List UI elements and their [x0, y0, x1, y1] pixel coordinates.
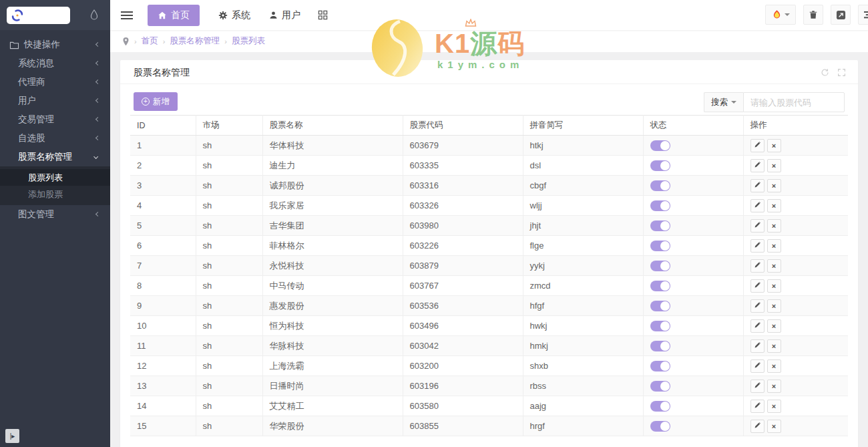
cell-market: sh: [196, 136, 262, 156]
status-toggle[interactable]: [650, 421, 670, 432]
delete-button[interactable]: ×: [767, 239, 781, 253]
toggle-knob: [660, 181, 670, 190]
status-toggle[interactable]: [650, 401, 670, 412]
delete-button[interactable]: ×: [767, 380, 781, 393]
status-toggle[interactable]: [650, 220, 670, 231]
sidebar-item-3[interactable]: 用户: [0, 92, 110, 110]
breadcrumb-link-home[interactable]: 首页: [142, 35, 158, 47]
breadcrumb-link-stock-list[interactable]: 股票列表: [232, 35, 265, 47]
stock-table-body: 1sh华体科技603679htkj×2sh迪生力603335dsl×3sh诚邦股…: [130, 136, 848, 436]
edit-button[interactable]: [750, 159, 765, 172]
toggle-knob: [660, 221, 670, 231]
cell-stock-code: 603335: [403, 156, 523, 176]
share-button[interactable]: [831, 5, 851, 25]
status-toggle[interactable]: [650, 200, 670, 211]
delete-button[interactable]: ×: [767, 199, 781, 212]
edit-button[interactable]: [750, 179, 765, 192]
status-toggle[interactable]: [650, 160, 670, 171]
cell-stock-code: 603200: [403, 356, 523, 376]
status-toggle[interactable]: [650, 381, 670, 392]
edit-button[interactable]: [750, 219, 765, 233]
droplet-icon[interactable]: [90, 9, 98, 20]
edit-button[interactable]: [750, 319, 765, 333]
fullscreen-icon[interactable]: [837, 68, 846, 77]
delete-button[interactable]: ×: [767, 279, 781, 293]
status-toggle[interactable]: [650, 180, 670, 191]
edit-button[interactable]: [750, 380, 765, 393]
delete-button[interactable]: ×: [767, 400, 781, 413]
cell-stock-name: 华体科技: [262, 136, 403, 156]
cell-market: sh: [196, 356, 262, 376]
breadcrumb-separator: ›: [134, 37, 137, 45]
delete-button[interactable]: ×: [767, 179, 781, 192]
edit-button[interactable]: [750, 299, 765, 313]
edit-button[interactable]: [750, 199, 765, 212]
delete-button[interactable]: ×: [767, 339, 781, 353]
nav-tab-system[interactable]: 系统: [218, 9, 250, 21]
sidebar-collapse-button[interactable]: |▸: [5, 429, 19, 443]
status-toggle[interactable]: [650, 261, 670, 271]
trash-icon: [809, 10, 818, 19]
cell-id: 7: [130, 256, 196, 276]
delete-button[interactable]: ×: [767, 359, 781, 373]
sidebar-item-2[interactable]: 代理商: [0, 73, 110, 92]
hamburger-menu-icon[interactable]: [121, 9, 133, 21]
status-toggle[interactable]: [650, 140, 670, 151]
edit-button[interactable]: [750, 420, 765, 433]
refresh-icon[interactable]: [821, 68, 829, 77]
chevron-left-icon: [95, 42, 100, 47]
edit-button[interactable]: [750, 339, 765, 353]
grid-apps-icon[interactable]: [318, 10, 328, 20]
breadcrumb-link-stock-name-mgmt[interactable]: 股票名称管理: [170, 35, 220, 47]
nav-tab-home[interactable]: 首页: [148, 5, 200, 26]
stock-code-search-input[interactable]: [743, 92, 845, 112]
status-toggle[interactable]: [650, 361, 670, 371]
edit-button[interactable]: [750, 400, 765, 413]
delete-button[interactable]: ×: [767, 219, 781, 233]
delete-button[interactable]: ×: [767, 139, 781, 152]
add-stock-button[interactable]: + 新增: [134, 92, 178, 111]
cell-stock-code: 603679: [403, 136, 523, 156]
status-toggle[interactable]: [650, 301, 670, 311]
status-toggle[interactable]: [650, 341, 670, 351]
edit-button[interactable]: [750, 279, 765, 293]
delete-button[interactable]: ×: [767, 259, 781, 273]
sidebar-item-0[interactable]: 快捷操作: [0, 35, 110, 54]
log-list-button[interactable]: [858, 5, 868, 25]
edit-button[interactable]: [750, 259, 765, 273]
delete-button[interactable]: ×: [767, 159, 781, 172]
sidebar-item-4[interactable]: 交易管理: [0, 110, 110, 129]
sidebar-item-label: 股票名称管理: [18, 152, 72, 162]
edit-button[interactable]: [750, 239, 765, 253]
clear-cache-button[interactable]: [765, 5, 796, 25]
sidebar-subitem[interactable]: 添加股票: [0, 186, 110, 202]
cell-market: sh: [196, 236, 262, 256]
cell-stock-name: 迪生力: [262, 156, 403, 176]
trash-button[interactable]: [803, 5, 823, 25]
sidebar-item-6[interactable]: 股票名称管理: [0, 148, 110, 166]
chevron-left-icon: [95, 117, 100, 122]
folder-icon: [9, 37, 19, 56]
sidebar-item-1[interactable]: 系统消息: [0, 54, 110, 73]
cell-stock-name: 永悦科技: [262, 256, 403, 276]
cell-id: 10: [130, 316, 196, 336]
status-toggle[interactable]: [650, 281, 670, 291]
delete-button[interactable]: ×: [767, 420, 781, 433]
delete-button[interactable]: ×: [767, 299, 781, 313]
status-toggle[interactable]: [650, 321, 670, 331]
sidebar-item-5[interactable]: 自选股: [0, 129, 110, 148]
search-type-dropdown[interactable]: 搜索: [704, 92, 743, 112]
nav-tab-user[interactable]: 用户: [269, 9, 300, 21]
edit-button[interactable]: [750, 139, 765, 152]
cell-stock-code: 603042: [403, 336, 523, 356]
status-toggle[interactable]: [650, 241, 670, 251]
column-header: 状态: [643, 116, 743, 136]
delete-button[interactable]: ×: [767, 319, 781, 333]
edit-button[interactable]: [750, 359, 765, 373]
sidebar-subitem[interactable]: 股票列表: [0, 169, 110, 186]
toggle-knob: [660, 341, 670, 351]
pencil-icon: [754, 201, 761, 210]
sidebar-item-7[interactable]: 图文管理: [0, 205, 110, 224]
cell-pinyin: cbgf: [523, 176, 643, 196]
brand-logo[interactable]: [7, 7, 70, 24]
